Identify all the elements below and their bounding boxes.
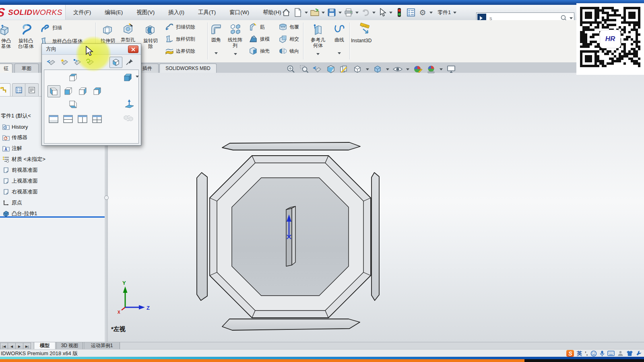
3d-views-tab[interactable]: 3D 视图 xyxy=(56,342,83,350)
view-top-button[interactable] xyxy=(67,72,79,83)
cut-boundary-icon[interactable] xyxy=(165,47,174,56)
motion-study-tab[interactable]: 运动算例1 xyxy=(84,342,120,350)
orientation-dialog[interactable]: 方向 xyxy=(41,43,141,146)
left-edge-face[interactable] xyxy=(197,173,207,300)
sweep-boss-label[interactable]: 扫描 xyxy=(52,25,62,31)
revolve-boss-icon[interactable] xyxy=(20,23,33,36)
edit-appearance-icon[interactable] xyxy=(413,64,423,74)
open-dropdown-caret[interactable] xyxy=(322,12,325,14)
print-icon[interactable] xyxy=(343,7,354,18)
ime-account-icon[interactable] xyxy=(617,350,623,356)
cut-sweep-label[interactable]: 扫描切除 xyxy=(176,24,195,30)
dialog-close-button[interactable] xyxy=(128,45,138,53)
isometric-dropdown-caret[interactable] xyxy=(136,76,139,78)
fillet-dropdown-caret[interactable] xyxy=(215,52,218,54)
hide-show-items-icon[interactable] xyxy=(392,64,403,74)
previous-view-tool-icon[interactable] xyxy=(46,57,57,67)
curves-dropdown-caret[interactable] xyxy=(338,52,341,54)
reference-geometry-icon[interactable] xyxy=(312,23,324,35)
configuration-manager-tab[interactable] xyxy=(25,83,39,97)
zoom-to-fit-icon[interactable] xyxy=(286,64,296,74)
open-document-icon[interactable] xyxy=(310,7,320,18)
tab-features[interactable]: 征 xyxy=(0,64,12,73)
revolve-boss-label[interactable]: 旋转凸台/基体 xyxy=(17,38,35,49)
fillet-label[interactable]: 圆角 xyxy=(208,37,224,43)
graphics-viewport[interactable]: Y Z X *左视 xyxy=(108,73,644,342)
wrap-icon[interactable] xyxy=(279,23,287,31)
two-view-vertical-button[interactable] xyxy=(76,113,89,125)
instant3d-icon[interactable] xyxy=(358,23,372,36)
wrap-label[interactable]: 包覆 xyxy=(289,24,299,30)
search-dropdown-caret[interactable] xyxy=(570,17,573,19)
refgeo-dropdown-caret[interactable] xyxy=(316,53,320,55)
cut-loft-label[interactable]: 放样切割 xyxy=(176,36,195,42)
tree-item-front-plane[interactable]: 前视基准面 xyxy=(0,165,103,175)
shell-icon[interactable] xyxy=(249,47,258,56)
mirror-label[interactable]: 镜向 xyxy=(289,48,299,54)
sweep-boss-icon[interactable] xyxy=(40,23,50,33)
rib-icon[interactable] xyxy=(249,23,258,31)
mirror-icon[interactable] xyxy=(279,47,287,56)
new-dropdown-caret[interactable] xyxy=(305,12,308,14)
file-properties-icon[interactable] xyxy=(406,7,416,18)
view-settings-icon[interactable] xyxy=(446,64,456,74)
model-canvas[interactable]: Y Z X xyxy=(108,73,644,342)
pin-dialog-icon[interactable] xyxy=(124,57,135,67)
view-front-button[interactable] xyxy=(62,85,74,97)
tree-item-top-plane[interactable]: 上视基准面 xyxy=(0,176,103,186)
section-view-icon[interactable] xyxy=(326,64,336,74)
active-document-name[interactable]: 零件1 xyxy=(438,9,451,16)
view-right-button[interactable] xyxy=(76,85,89,97)
rollback-bar[interactable] xyxy=(0,216,105,218)
ime-language-toggle[interactable]: 英 xyxy=(577,350,582,357)
draft-icon[interactable] xyxy=(249,35,258,43)
video-progress-track[interactable] xyxy=(0,359,644,362)
tree-item-material[interactable]: 材质 <未指定> xyxy=(0,154,103,165)
pattern-dropdown-caret[interactable] xyxy=(234,53,237,55)
home-icon[interactable] xyxy=(281,7,291,18)
3d-drawing-view-icon[interactable] xyxy=(339,64,349,74)
reference-geometry-label[interactable]: 参考几何体 xyxy=(309,37,327,48)
display-style-icon[interactable] xyxy=(372,64,383,74)
ime-settings-wrench-icon[interactable] xyxy=(636,350,642,356)
ime-skin-icon[interactable] xyxy=(626,350,633,356)
view-back-button[interactable] xyxy=(91,85,103,97)
print-dropdown-caret[interactable] xyxy=(355,12,359,14)
view-bottom-button[interactable] xyxy=(67,99,79,110)
ime-keyboard-icon[interactable] xyxy=(607,351,615,356)
draft-label[interactable]: 拔模 xyxy=(260,36,270,42)
tab-sketch[interactable]: 草图 xyxy=(14,64,39,73)
fillet-icon[interactable] xyxy=(210,23,222,35)
feature-tree-tab[interactable] xyxy=(0,83,10,97)
display-style-caret[interactable] xyxy=(386,68,389,70)
extrude-boss-label[interactable]: 伸凸基体 xyxy=(0,38,12,49)
ime-punctuation-toggle[interactable]: ’, xyxy=(585,351,588,356)
view-selector-toggle[interactable] xyxy=(109,57,122,68)
update-standard-views-tool-icon[interactable] xyxy=(72,57,83,67)
menu-edit[interactable]: 编辑(E) xyxy=(103,7,124,18)
view-isometric-button[interactable] xyxy=(122,72,134,83)
top-edge-face[interactable] xyxy=(222,142,360,150)
bottom-edge-face[interactable] xyxy=(222,319,360,330)
cut-boundary-label[interactable]: 边界切除 xyxy=(176,48,195,54)
select-cursor-icon[interactable] xyxy=(377,7,388,18)
save-icon[interactable] xyxy=(326,7,337,18)
rib-label[interactable]: 筋 xyxy=(260,24,265,30)
menu-view[interactable]: 视图(V) xyxy=(135,7,156,18)
document-dropdown-caret[interactable] xyxy=(453,12,456,14)
zoom-to-area-icon[interactable] xyxy=(299,64,310,74)
cut-revolve-icon[interactable] xyxy=(144,24,156,36)
curves-icon[interactable] xyxy=(333,23,345,35)
intersect-icon[interactable] xyxy=(279,35,287,43)
options-gear-icon[interactable]: ⚙ xyxy=(417,7,428,18)
tree-item-right-plane[interactable]: 右视基准面 xyxy=(0,187,103,197)
apply-scene-icon[interactable] xyxy=(426,64,436,74)
menu-window[interactable]: 窗口(W) xyxy=(228,7,251,18)
menu-tools[interactable]: 工具(T) xyxy=(196,7,217,18)
linear-pattern-label[interactable]: 线性阵列 xyxy=(227,37,243,48)
tree-item-origin[interactable]: 原点 xyxy=(0,197,103,208)
four-view-button[interactable] xyxy=(91,113,103,125)
single-viewport-button[interactable] xyxy=(47,113,60,125)
view-orientation-caret[interactable] xyxy=(366,68,369,70)
shell-label[interactable]: 抽壳 xyxy=(260,48,270,54)
